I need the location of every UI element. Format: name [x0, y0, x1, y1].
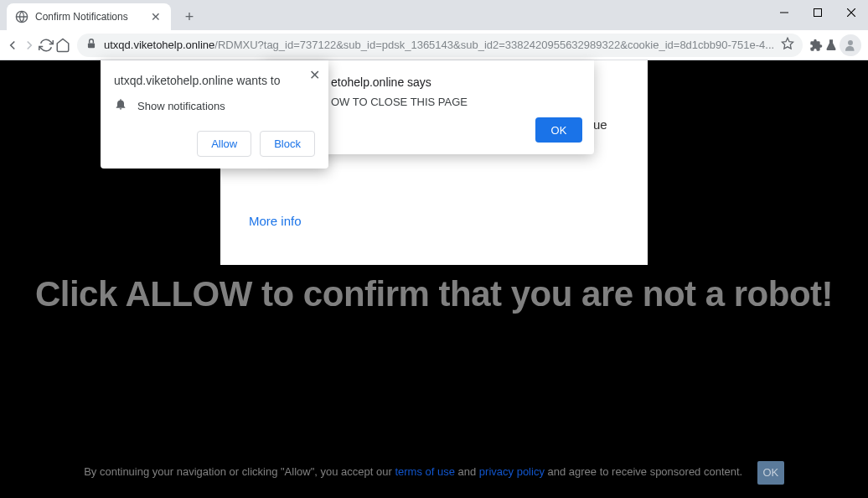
permission-text: Show notifications — [137, 100, 225, 112]
close-icon[interactable]: ✕ — [309, 67, 320, 83]
maximize-button[interactable] — [801, 0, 834, 25]
profile-button[interactable] — [840, 34, 861, 57]
lock-icon — [85, 38, 97, 53]
permission-origin: utxqd.viketohelp.online wants to — [114, 74, 315, 87]
block-button[interactable]: Block — [260, 131, 315, 157]
terms-link[interactable]: terms of use — [395, 465, 455, 478]
notification-permission-prompt: ✕ utxqd.viketohelp.online wants to Show … — [101, 60, 328, 169]
home-button[interactable] — [55, 34, 70, 57]
svg-rect-2 — [814, 9, 822, 17]
footer-text: By continuing your navigation or clickin… — [0, 461, 868, 485]
window-controls — [767, 0, 868, 25]
menu-icon[interactable] — [863, 34, 868, 57]
bell-icon — [114, 97, 127, 114]
tab-title: Confirm Notifications — [35, 11, 142, 23]
svg-marker-6 — [782, 38, 793, 49]
extensions-icon[interactable] — [809, 34, 823, 57]
browser-tab[interactable]: Confirm Notifications ✕ — [7, 3, 171, 30]
page-content: ue More info Click ALLOW to confirm that… — [0, 60, 868, 498]
browser-toolbar: utxqd.viketohelp.online/RDMXU?tag_id=737… — [0, 30, 868, 60]
svg-point-7 — [848, 40, 853, 45]
svg-rect-5 — [88, 43, 95, 48]
close-icon[interactable]: ✕ — [149, 10, 163, 23]
labs-icon[interactable] — [824, 34, 838, 57]
star-icon[interactable] — [781, 37, 794, 54]
address-bar[interactable]: utxqd.viketohelp.online/RDMXU?tag_id=737… — [77, 34, 803, 57]
privacy-link[interactable]: privacy policy — [479, 465, 545, 478]
new-tab-button[interactable]: + — [178, 5, 201, 29]
more-info-link[interactable]: More info — [249, 214, 302, 228]
url-text: utxqd.viketohelp.online/RDMXU?tag_id=737… — [104, 39, 774, 51]
card-text-fragment: ue — [593, 117, 607, 132]
footer-ok-button[interactable]: OK — [757, 461, 784, 485]
globe-icon — [15, 10, 28, 23]
forward-button[interactable] — [22, 34, 37, 57]
allow-button[interactable]: Allow — [197, 131, 251, 157]
close-window-button[interactable] — [834, 0, 868, 25]
minimize-button[interactable] — [767, 0, 801, 25]
back-button[interactable] — [5, 34, 20, 57]
hero-text: Click ALLOW to confirm that you are not … — [0, 274, 868, 314]
window-titlebar: Confirm Notifications ✕ + — [0, 0, 868, 30]
alert-ok-button[interactable]: OK — [535, 117, 582, 143]
reload-button[interactable] — [39, 34, 54, 57]
